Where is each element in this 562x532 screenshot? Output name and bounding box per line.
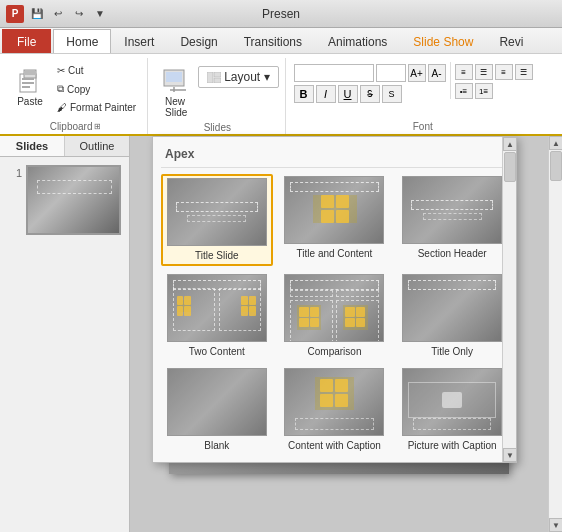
layout-label-two-content: Two Content	[189, 345, 245, 358]
align-left-button[interactable]: ≡	[455, 64, 473, 80]
layout-item-section-header[interactable]: Section Header	[396, 174, 508, 266]
paste-label: Paste	[17, 96, 43, 107]
bold-button[interactable]: B	[294, 85, 314, 103]
tab-review[interactable]: Revi	[486, 29, 536, 53]
layout-dropdown: Apex Title Slide	[152, 136, 517, 463]
new-slide-icon	[162, 66, 190, 94]
layout-label-content-caption: Content with Caption	[288, 439, 381, 452]
layout-grid: Title Slide Title and Content	[161, 174, 508, 454]
paste-icon	[16, 66, 44, 94]
new-slide-button[interactable]: NewSlide	[156, 62, 196, 122]
font-name-input[interactable]	[294, 64, 374, 82]
layout-thumb-two-content	[167, 274, 267, 342]
clipboard-small-buttons: ✂ Cut ⧉ Copy 🖌 Format Painter	[52, 62, 141, 116]
strikethrough-button[interactable]: S̶	[360, 85, 380, 103]
layout-label-section-header: Section Header	[418, 247, 487, 260]
dropdown-scrollbar: ▲ ▼	[502, 137, 516, 462]
tab-file[interactable]: File	[2, 29, 51, 53]
slides-buttons: NewSlide Layout ▾	[156, 58, 278, 122]
redo-button[interactable]: ↪	[70, 6, 88, 22]
tab-home[interactable]: Home	[53, 29, 111, 53]
layout-thumb-title-slide	[167, 178, 267, 246]
undo-button[interactable]: ↩	[49, 6, 67, 22]
layout-item-title-slide[interactable]: Title Slide	[161, 174, 273, 266]
bullets-button[interactable]: •≡	[455, 83, 473, 99]
tab-insert[interactable]: Insert	[111, 29, 167, 53]
layout-label-title-slide: Title Slide	[195, 249, 239, 262]
layout-label: Layout ▾	[224, 70, 269, 84]
paste-button[interactable]: Paste	[10, 62, 50, 111]
save-button[interactable]: 💾	[28, 6, 46, 22]
panel-tab-outline[interactable]: Outline	[65, 136, 129, 156]
format-painter-label: Format Painter	[70, 102, 136, 113]
ribbon-tabs: File Home Insert Design Transitions Anim…	[0, 28, 562, 54]
layout-item-comparison[interactable]: Comparison	[279, 272, 391, 360]
panel-tab-slides[interactable]: Slides	[0, 136, 65, 156]
italic-button[interactable]: I	[316, 85, 336, 103]
slides-group-label: Slides	[204, 122, 231, 135]
cut-label: Cut	[68, 65, 84, 76]
tab-transitions[interactable]: Transitions	[231, 29, 315, 53]
title-bar-left: P 💾 ↩ ↪ ▼	[6, 5, 109, 23]
svg-rect-11	[214, 72, 221, 77]
layout-item-blank[interactable]: Blank	[161, 366, 273, 454]
copy-button[interactable]: ⧉ Copy	[52, 80, 141, 98]
layout-item-picture-caption[interactable]: Picture with Caption	[396, 366, 508, 454]
slides-group: NewSlide Layout ▾ Slides	[150, 58, 285, 134]
layout-item-title-content[interactable]: Title and Content	[279, 174, 391, 266]
layout-button[interactable]: Layout ▾	[198, 66, 278, 88]
layout-label-comparison: Comparison	[308, 345, 362, 358]
layout-dropdown-title: Apex	[161, 145, 508, 168]
svg-rect-2	[25, 71, 35, 75]
svg-rect-4	[22, 82, 34, 84]
title-bar: P 💾 ↩ ↪ ▼ Presen	[0, 0, 562, 28]
scroll-thumb[interactable]	[550, 151, 562, 181]
scroll-track	[549, 150, 562, 518]
dropdown-scroll-up[interactable]: ▲	[503, 137, 517, 151]
clipboard-expand-icon[interactable]: ⊞	[94, 122, 101, 131]
layout-thumb-content-caption	[284, 368, 384, 436]
svg-rect-12	[214, 78, 221, 83]
format-painter-button[interactable]: 🖌 Format Painter	[52, 99, 141, 116]
shadow-button[interactable]: S	[382, 85, 402, 103]
scroll-down-button[interactable]: ▼	[549, 518, 562, 532]
underline-button[interactable]: U	[338, 85, 358, 103]
clipboard-group: Paste ✂ Cut ⧉ Copy 🖌 Format Painter Clip…	[4, 58, 148, 134]
layout-label-title-only: Title Only	[431, 345, 473, 358]
font-size-increase[interactable]: A+	[408, 64, 426, 82]
cut-button[interactable]: ✂ Cut	[52, 62, 141, 79]
app-logo: P	[6, 5, 24, 23]
new-slide-label: NewSlide	[165, 96, 187, 118]
justify-button[interactable]: ☰	[515, 64, 533, 80]
layout-item-content-caption[interactable]: Content with Caption	[279, 366, 391, 454]
svg-rect-5	[22, 86, 30, 88]
layout-thumb-comparison	[284, 274, 384, 342]
align-right-button[interactable]: ≡	[495, 64, 513, 80]
font-size-decrease[interactable]: A-	[428, 64, 446, 82]
cut-icon: ✂	[57, 65, 65, 76]
tab-animations[interactable]: Animations	[315, 29, 400, 53]
quick-access-dropdown[interactable]: ▼	[91, 6, 109, 22]
copy-label: Copy	[67, 84, 90, 95]
panel-tabs: Slides Outline	[0, 136, 129, 157]
layout-label-blank: Blank	[204, 439, 229, 452]
tab-design[interactable]: Design	[167, 29, 230, 53]
dropdown-scroll-down[interactable]: ▼	[503, 448, 517, 462]
layout-item-two-content[interactable]: Two Content	[161, 272, 273, 360]
tab-slideshow[interactable]: Slide Show	[400, 29, 486, 53]
layout-icon	[207, 72, 221, 83]
font-buttons: A+ A- B I U S̶ S ≡ ☰ ≡ ☰	[294, 58, 552, 121]
slide-thumbnail-1: 1	[8, 165, 121, 235]
scroll-up-button[interactable]: ▲	[549, 136, 562, 150]
align-center-button[interactable]: ☰	[475, 64, 493, 80]
svg-rect-3	[22, 78, 34, 80]
font-group-label: Font	[413, 121, 433, 134]
dropdown-scroll-track	[503, 151, 516, 448]
font-size-input[interactable]	[376, 64, 406, 82]
dropdown-scroll-thumb[interactable]	[504, 152, 516, 182]
font-group: A+ A- B I U S̶ S ≡ ☰ ≡ ☰	[288, 58, 558, 134]
layout-item-title-only[interactable]: Title Only	[396, 272, 508, 360]
numbering-button[interactable]: 1≡	[475, 83, 493, 99]
slide-thumb-image[interactable]	[26, 165, 121, 235]
layout-label-title-content: Title and Content	[297, 247, 373, 260]
